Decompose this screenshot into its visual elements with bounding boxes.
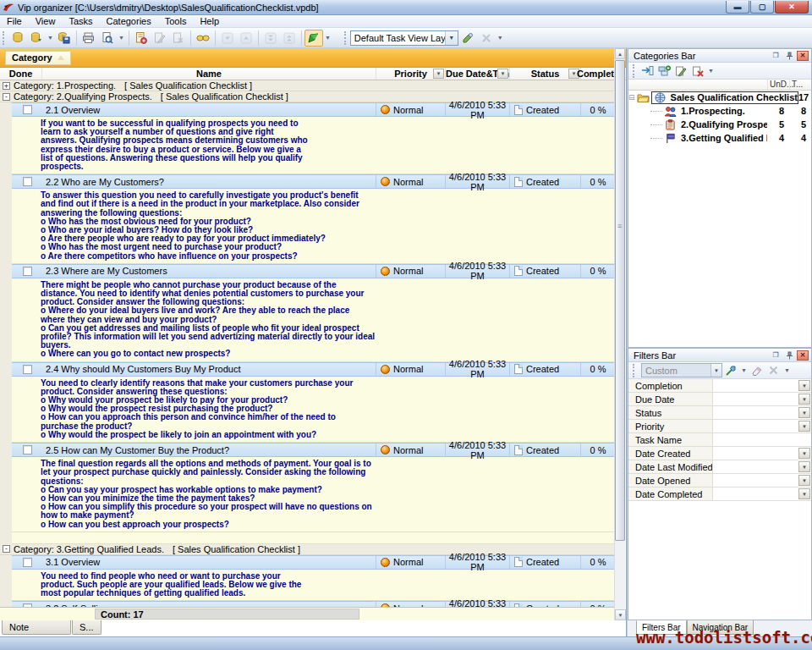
filter-dropdown-icon[interactable]: ▼ xyxy=(798,421,810,432)
column-status[interactable]: Status▼ xyxy=(510,68,581,80)
notifications-icon[interactable] xyxy=(304,30,323,47)
filter-value-field[interactable]: ▼ xyxy=(713,420,811,432)
pin-panel-icon[interactable] xyxy=(783,51,795,61)
menu-categories[interactable]: Categories xyxy=(100,15,158,27)
filter-value-field[interactable]: ▼ xyxy=(713,379,811,392)
filters-toolbar-overflow-icon[interactable]: ▼ xyxy=(782,367,792,373)
minimize-button[interactable]: ▬ xyxy=(726,1,749,14)
column-total[interactable]: T... xyxy=(789,80,811,90)
task-row[interactable]: 2.2 Who are My Customers? Normal 4/6/201… xyxy=(12,174,615,189)
task-row[interactable]: 2.3 Where are My Customers Normal 4/6/20… xyxy=(12,264,615,278)
maximize-button[interactable]: ▢ xyxy=(750,1,774,14)
priority-filter-dropdown-icon[interactable]: ▼ xyxy=(433,69,444,79)
tree-item-prospecting[interactable]: 1.Prospecting. 8 8 xyxy=(628,104,811,118)
print-dropdown-icon[interactable]: ▼ xyxy=(117,35,126,41)
toolbar-overflow-icon[interactable]: ▼ xyxy=(496,35,505,41)
scrollbar-thumb[interactable] xyxy=(615,60,625,541)
save-database-icon[interactable] xyxy=(55,30,74,47)
column-complete[interactable]: Complete xyxy=(581,68,615,80)
close-button[interactable]: ✕ xyxy=(775,1,809,14)
tree-item-checklist[interactable]: ⊟ Sales Qualification Checklist 17 17 xyxy=(628,91,811,104)
layout-combobox-arrow-icon[interactable]: ▼ xyxy=(445,31,458,45)
menu-file[interactable]: File xyxy=(0,15,29,27)
filter-dropdown-icon[interactable]: ▼ xyxy=(798,407,810,418)
delete-task-icon[interactable] xyxy=(169,30,188,47)
pin-panel-icon[interactable] xyxy=(783,350,795,361)
close-panel-icon[interactable]: ✕ xyxy=(797,51,809,61)
open-database-icon[interactable] xyxy=(27,30,46,47)
task-row[interactable]: 2.1 Overview Normal 4/6/2010 5:33 PM Cre… xyxy=(12,102,615,117)
filter-dropdown-icon[interactable]: ▼ xyxy=(798,380,810,391)
new-task-icon[interactable] xyxy=(132,30,151,47)
column-priority[interactable]: Priority▼ xyxy=(376,68,446,80)
filter-value-field[interactable] xyxy=(713,433,811,446)
filter-preset-combobox[interactable]: Custom ▼ xyxy=(641,363,722,377)
grid-vertical-scrollbar[interactable]: ▲ ▼ xyxy=(614,48,625,620)
delete-category-icon[interactable] xyxy=(689,63,706,79)
toolbar-grip-2[interactable] xyxy=(344,31,348,45)
toolbar-grip[interactable] xyxy=(3,31,6,45)
restore-panel-icon[interactable]: ❐ xyxy=(770,350,782,361)
group-by-category-button[interactable]: Category xyxy=(5,51,71,65)
new-checklist-icon[interactable] xyxy=(639,63,656,79)
column-due[interactable]: Due Date&Time▼ xyxy=(446,68,510,80)
move-down-icon[interactable] xyxy=(218,30,237,47)
open-database-dropdown-icon[interactable]: ▼ xyxy=(46,35,55,41)
edit-category-icon[interactable] xyxy=(672,63,689,79)
filter-value-field[interactable]: ▼ xyxy=(713,447,811,460)
column-name[interactable]: Name xyxy=(42,68,376,80)
due-filter-dropdown-icon[interactable]: ▼ xyxy=(497,69,508,79)
done-checkbox[interactable] xyxy=(23,105,32,114)
task-row[interactable]: 2.5 How can My Customer Buy the Product?… xyxy=(12,443,615,457)
tab-note[interactable]: Note xyxy=(2,620,71,635)
collapse-icon[interactable]: - xyxy=(3,93,10,101)
filter-dropdown-icon[interactable]: ▼ xyxy=(798,448,810,459)
new-category-icon[interactable] xyxy=(656,63,672,79)
view-notes-icon[interactable] xyxy=(194,30,212,47)
menu-view[interactable]: View xyxy=(29,15,63,27)
delete-layout-icon[interactable] xyxy=(477,30,496,47)
expand-all-icon[interactable] xyxy=(261,30,280,47)
edit-task-icon[interactable] xyxy=(151,30,169,47)
apply-filter-dropdown-icon[interactable]: ▼ xyxy=(739,367,749,373)
collapse-all-icon[interactable] xyxy=(280,30,299,47)
filter-dropdown-icon[interactable]: ▼ xyxy=(798,461,810,472)
print-preview-icon[interactable] xyxy=(98,30,117,47)
done-checkbox[interactable] xyxy=(23,365,32,374)
group-row-getting-leads[interactable]: - Category: 3.Getting Qualified Leads. [… xyxy=(0,544,615,555)
filter-preset-arrow-icon[interactable]: ▼ xyxy=(710,364,721,377)
done-checkbox[interactable] xyxy=(23,445,32,454)
filters-toolbar-grip[interactable] xyxy=(633,364,636,377)
filter-dropdown-icon[interactable]: ▼ xyxy=(798,475,810,486)
layout-combobox[interactable]: Default Task View Layout ▼ xyxy=(350,30,458,46)
menu-tasks[interactable]: Tasks xyxy=(62,15,99,27)
group-row-prospecting[interactable]: + Category: 1.Prospecting. [ Sales Quali… xyxy=(0,80,615,91)
filter-value-field[interactable]: ▼ xyxy=(713,460,811,473)
task-row[interactable]: 2.4 Why should My Customers Buy My Produ… xyxy=(12,362,615,377)
filter-value-field[interactable]: ▼ xyxy=(713,474,811,487)
task-row[interactable]: 3.1 Overview Normal 4/6/2010 5:33 PM Cre… xyxy=(12,555,615,570)
close-panel-icon[interactable]: ✕ xyxy=(797,350,809,361)
tab-s[interactable]: S... xyxy=(72,620,102,635)
filter-dropdown-icon[interactable]: ▼ xyxy=(798,488,810,499)
notifications-dropdown-icon[interactable]: ▼ xyxy=(323,35,332,41)
scroll-up-icon[interactable]: ▲ xyxy=(615,48,625,59)
clear-filter-icon[interactable] xyxy=(749,363,765,378)
categories-toolbar-overflow-icon[interactable]: ▼ xyxy=(706,68,716,74)
tree-collapse-icon[interactable]: ⊟ xyxy=(628,93,635,102)
filter-value-field[interactable]: ▼ xyxy=(713,406,811,419)
tree-item-qualifying[interactable]: 2.Qualifying Prospects. 5 5 xyxy=(628,118,811,131)
filter-value-field[interactable]: ▼ xyxy=(713,393,811,405)
print-icon[interactable] xyxy=(80,30,98,47)
done-checkbox[interactable] xyxy=(23,267,32,276)
expand-icon[interactable]: + xyxy=(3,82,10,90)
done-checkbox[interactable] xyxy=(23,177,32,186)
menu-help[interactable]: Help xyxy=(193,15,226,27)
restore-panel-icon[interactable]: ❐ xyxy=(770,51,782,61)
done-checkbox[interactable] xyxy=(23,558,32,567)
collapse-icon[interactable]: - xyxy=(3,545,10,553)
scroll-down-icon[interactable]: ▼ xyxy=(615,609,626,620)
filter-dropdown-icon[interactable]: ▼ xyxy=(798,394,810,405)
categories-toolbar-grip[interactable] xyxy=(633,64,636,78)
cancel-filter-icon[interactable] xyxy=(765,363,782,378)
